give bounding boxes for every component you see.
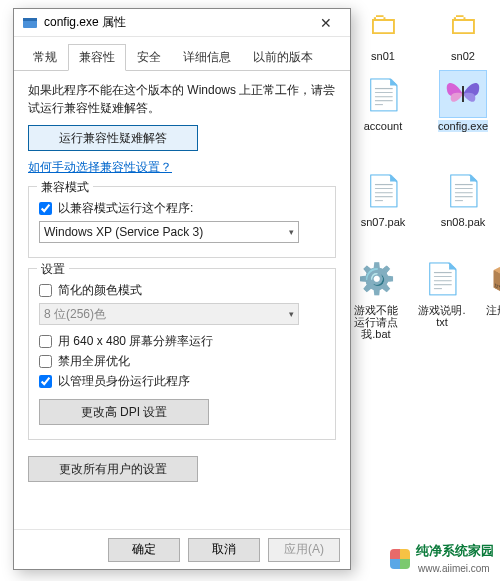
checkbox-input[interactable] bbox=[39, 375, 52, 388]
file-sn07[interactable]: 📄 sn07.pak bbox=[352, 166, 414, 228]
icon-label: sn07.pak bbox=[361, 216, 406, 228]
icon-label: sn02 bbox=[451, 50, 475, 62]
apply-button[interactable]: 应用(A) bbox=[268, 538, 340, 562]
ok-button[interactable]: 确定 bbox=[108, 538, 180, 562]
icon-label: account bbox=[364, 120, 403, 132]
checkbox-input[interactable] bbox=[39, 202, 52, 215]
low-res-checkbox[interactable]: 用 640 x 480 屏幕分辨率运行 bbox=[39, 333, 325, 350]
tab-security[interactable]: 安全 bbox=[126, 44, 172, 71]
dialog-body: 如果此程序不能在这个版本的 Windows 上正常工作，请尝试运行兼容性疑难解答… bbox=[14, 71, 350, 529]
close-icon: ✕ bbox=[320, 15, 332, 31]
disable-fullscreen-checkbox[interactable]: 禁用全屏优化 bbox=[39, 353, 325, 370]
chevron-down-icon: ▾ bbox=[289, 309, 294, 319]
text-file-icon: 📄 bbox=[359, 70, 407, 118]
text-file-icon: 📄 bbox=[418, 254, 466, 302]
file-account[interactable]: 📄 account bbox=[352, 70, 414, 132]
intro-text: 如果此程序不能在这个版本的 Windows 上正常工作，请尝试运行兼容性疑难解答… bbox=[28, 81, 336, 117]
tab-details[interactable]: 详细信息 bbox=[172, 44, 242, 71]
checkbox-input[interactable] bbox=[39, 335, 52, 348]
file-sn08[interactable]: 📄 sn08.pak bbox=[432, 166, 494, 228]
select-value: Windows XP (Service Pack 3) bbox=[44, 225, 203, 239]
folder-sn02[interactable]: 🗀 sn02 bbox=[432, 0, 494, 62]
icon-label: 游戏不能运行请点我.bat bbox=[352, 304, 400, 340]
watermark-logo-icon bbox=[390, 549, 410, 569]
file-txt[interactable]: 📄 游戏说明.txt bbox=[418, 254, 466, 340]
compat-mode-group: 兼容模式 以兼容模式运行这个程序: Windows XP (Service Pa… bbox=[28, 186, 336, 258]
watermark-text: 纯净系统家园 bbox=[416, 543, 494, 558]
tab-compatibility[interactable]: 兼容性 bbox=[68, 44, 126, 71]
dialog-title: config.exe 属性 bbox=[44, 14, 306, 31]
icon-label: sn08.pak bbox=[441, 216, 486, 228]
gear-icon: ⚙️ bbox=[352, 254, 400, 302]
properties-dialog: config.exe 属性 ✕ 常规 兼容性 安全 详细信息 以前的版本 如果此… bbox=[13, 8, 351, 570]
watermark-url: www.aiimei.com bbox=[418, 563, 490, 574]
file-icon: 📄 bbox=[439, 166, 487, 214]
group-title: 兼容模式 bbox=[37, 179, 93, 196]
titlebar[interactable]: config.exe 属性 ✕ bbox=[14, 9, 350, 37]
checkbox-label: 禁用全屏优化 bbox=[58, 353, 130, 370]
checkbox-label: 以管理员身份运行此程序 bbox=[58, 373, 190, 390]
box-icon: 📦 bbox=[484, 254, 500, 302]
butterfly-icon bbox=[439, 70, 487, 118]
app-icon bbox=[22, 15, 38, 31]
select-value: 8 位(256)色 bbox=[44, 306, 106, 323]
icon-label: 注册蜂鸟 bbox=[486, 304, 500, 316]
cancel-button[interactable]: 取消 bbox=[188, 538, 260, 562]
compat-mode-checkbox[interactable]: 以兼容模式运行这个程序: bbox=[39, 200, 325, 217]
change-all-users-button[interactable]: 更改所有用户的设置 bbox=[28, 456, 198, 482]
tab-general[interactable]: 常规 bbox=[22, 44, 68, 71]
close-button[interactable]: ✕ bbox=[306, 10, 346, 36]
group-title: 设置 bbox=[37, 261, 69, 278]
checkbox-label: 用 640 x 480 屏幕分辨率运行 bbox=[58, 333, 213, 350]
reduced-color-checkbox[interactable]: 简化的颜色模式 bbox=[39, 282, 325, 299]
dialog-footer: 确定 取消 应用(A) bbox=[14, 529, 350, 569]
icon-label: 游戏说明.txt bbox=[418, 304, 466, 328]
checkbox-label: 以兼容模式运行这个程序: bbox=[58, 200, 193, 217]
icon-label: sn01 bbox=[371, 50, 395, 62]
file-icon: 📄 bbox=[359, 166, 407, 214]
file-bat[interactable]: ⚙️ 游戏不能运行请点我.bat bbox=[352, 254, 400, 340]
file-register[interactable]: 📦 注册蜂鸟 bbox=[484, 254, 500, 340]
compat-mode-select[interactable]: Windows XP (Service Pack 3) ▾ bbox=[39, 221, 299, 243]
tab-strip: 常规 兼容性 安全 详细信息 以前的版本 bbox=[14, 37, 350, 71]
icon-label: config.exe bbox=[438, 120, 488, 132]
file-config-exe[interactable]: config.exe bbox=[432, 70, 494, 132]
run-troubleshooter-button[interactable]: 运行兼容性疑难解答 bbox=[28, 125, 198, 151]
chevron-down-icon: ▾ bbox=[289, 227, 294, 237]
checkbox-label: 简化的颜色模式 bbox=[58, 282, 142, 299]
svg-rect-0 bbox=[462, 86, 464, 102]
checkbox-input[interactable] bbox=[39, 284, 52, 297]
watermark: 纯净系统家园 www.aiimei.com bbox=[390, 542, 494, 575]
settings-group: 设置 简化的颜色模式 8 位(256)色 ▾ 用 640 x 480 屏幕分辨率… bbox=[28, 268, 336, 440]
folder-icon: 🗀 bbox=[359, 0, 407, 48]
run-as-admin-checkbox[interactable]: 以管理员身份运行此程序 bbox=[39, 373, 325, 390]
help-link[interactable]: 如何手动选择兼容性设置？ bbox=[28, 159, 172, 176]
folder-sn01[interactable]: 🗀 sn01 bbox=[352, 0, 414, 62]
checkbox-input[interactable] bbox=[39, 355, 52, 368]
change-dpi-button[interactable]: 更改高 DPI 设置 bbox=[39, 399, 209, 425]
svg-rect-2 bbox=[23, 18, 37, 21]
tab-previous-versions[interactable]: 以前的版本 bbox=[242, 44, 324, 71]
color-depth-select: 8 位(256)色 ▾ bbox=[39, 303, 299, 325]
folder-icon: 🗀 bbox=[439, 0, 487, 48]
